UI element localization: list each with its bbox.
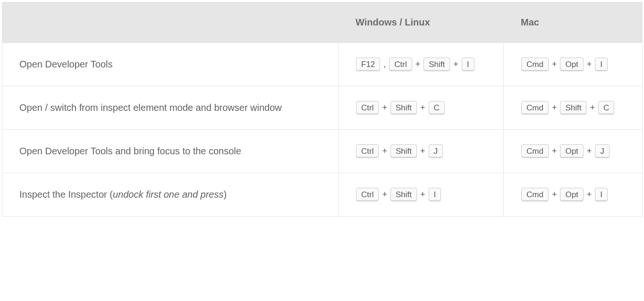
- key-separator: +: [415, 58, 421, 70]
- key-separator: +: [590, 101, 595, 114]
- key-separator: +: [587, 145, 592, 157]
- key-separator: +: [420, 188, 425, 201]
- key: Shift: [560, 101, 586, 115]
- table-row: Open Developer Tools and bring focus to …: [2, 130, 643, 173]
- key: Ctrl: [356, 188, 379, 201]
- key: C: [598, 101, 614, 115]
- table-row: Open / switch from inspect element mode …: [2, 86, 643, 130]
- key-separator: +: [382, 188, 387, 201]
- shortcut-description: Open Developer Tools: [2, 43, 339, 86]
- key: I: [462, 58, 475, 71]
- key-separator: +: [587, 188, 592, 201]
- key: I: [595, 188, 608, 201]
- header-mac: Mac: [504, 2, 643, 43]
- key: Cmd: [521, 58, 549, 71]
- shortcut-mac: Cmd+Opt+I: [504, 173, 643, 217]
- shortcut-description: Open Developer Tools and bring focus to …: [2, 130, 339, 173]
- table-body: Open Developer ToolsF12,Ctrl+Shift+ICmd+…: [2, 43, 643, 217]
- shortcut-description: Inspect the Inspector (undock first one …: [2, 173, 339, 217]
- description-note: undock first one and press: [113, 189, 224, 200]
- key-separator: +: [552, 58, 557, 70]
- key: J: [595, 144, 610, 158]
- key: F12: [356, 58, 380, 71]
- shortcut-winlinux: Ctrl+Shift+C: [339, 86, 504, 130]
- table-row: Open Developer ToolsF12,Ctrl+Shift+ICmd+…: [2, 43, 643, 86]
- shortcut-mac: Cmd+Opt+I: [504, 43, 643, 86]
- key: Shift: [424, 58, 450, 71]
- key: Shift: [390, 101, 417, 115]
- shortcut-table: Windows / Linux Mac Open Developer Tools…: [2, 2, 643, 217]
- key-separator: +: [382, 101, 387, 114]
- key-separator: +: [552, 101, 557, 114]
- key-separator: +: [420, 145, 425, 157]
- key: Opt: [560, 144, 583, 158]
- shortcut-winlinux: F12,Ctrl+Shift+I: [339, 43, 504, 86]
- key-separator: +: [382, 145, 387, 157]
- key: Cmd: [521, 101, 549, 115]
- shortcut-winlinux: Ctrl+Shift+I: [339, 173, 504, 217]
- key: Cmd: [521, 144, 549, 158]
- key: Shift: [390, 144, 417, 158]
- key-separator: +: [587, 58, 592, 70]
- key: Cmd: [521, 188, 549, 201]
- key-separator: +: [552, 188, 557, 201]
- key: Ctrl: [356, 144, 379, 158]
- key: Opt: [560, 188, 583, 201]
- key: I: [595, 58, 608, 71]
- header-winlinux: Windows / Linux: [339, 2, 504, 43]
- table-header: Windows / Linux Mac: [2, 2, 643, 43]
- key-separator: +: [453, 58, 458, 70]
- shortcut-mac: Cmd+Shift+C: [504, 86, 643, 130]
- table-row: Inspect the Inspector (undock first one …: [2, 173, 643, 217]
- key-separator: +: [420, 101, 425, 114]
- shortcut-description: Open / switch from inspect element mode …: [2, 86, 339, 130]
- shortcut-winlinux: Ctrl+Shift+J: [339, 130, 504, 173]
- key-separator: +: [552, 145, 557, 157]
- key: Shift: [390, 188, 417, 201]
- key: Ctrl: [389, 58, 412, 71]
- header-blank: [2, 2, 339, 43]
- key: Ctrl: [356, 101, 379, 115]
- key: C: [429, 101, 445, 115]
- key: Opt: [560, 58, 583, 71]
- key: J: [429, 144, 443, 158]
- shortcut-mac: Cmd+Opt+J: [504, 130, 643, 173]
- key: I: [429, 188, 441, 201]
- key-separator: ,: [383, 58, 386, 70]
